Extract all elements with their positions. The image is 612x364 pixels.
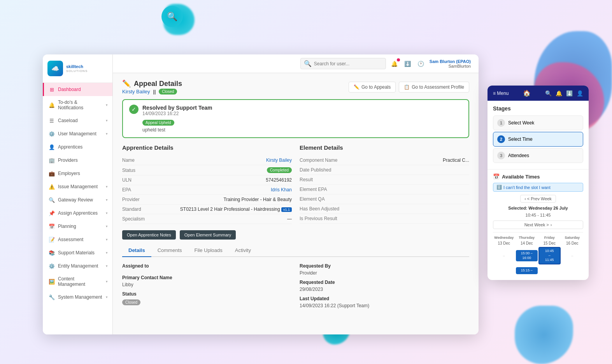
version-badge: v1.1 [281, 207, 292, 212]
employers-icon: 💼 [49, 170, 55, 177]
breadcrumb-name[interactable]: Kirsty Bailey [122, 89, 150, 94]
logo-icon: ☁️ [47, 61, 63, 76]
sidebar-item-gateway[interactable]: 🔍 Gateway Review ▾ [43, 193, 112, 206]
sidebar-item-user-mgmt[interactable]: ⚙️ User Management ▾ [43, 127, 112, 140]
cant-find-slot-button[interactable]: ℹ️ I can't find the slot I want [493, 183, 583, 192]
stage-num-1: 1 [497, 119, 505, 127]
field-is-previous-result: Is Previous Result [300, 214, 469, 224]
planning-icon: 📅 [49, 223, 55, 229]
selected-time: 10:45 - 11:45 [493, 213, 583, 217]
stage-label-2: Select Time [508, 136, 533, 142]
open-apprentice-notes-button[interactable]: Open Apprentice Notes [122, 230, 176, 240]
breadcrumb-separator: || [153, 89, 156, 94]
sidebar-item-entity[interactable]: ⚙️ Entity Management ▾ [43, 259, 112, 273]
go-to-assessment-profile-button[interactable]: 📋 Go to Assessment Profile [399, 82, 469, 93]
sidebar-item-assign[interactable]: 📌 Assign Apprentices ▾ [43, 206, 112, 220]
go-to-appeals-button[interactable]: ✏️ Go to Appeals [349, 82, 396, 93]
field-status: Status Completed [122, 165, 292, 175]
entity-icon: ⚙️ [49, 263, 55, 269]
sidebar-item-caseload[interactable]: ☰ Caseload ▾ [43, 114, 112, 127]
next-week-button[interactable]: Next Week > › [493, 220, 583, 229]
slot-fri-2 [538, 265, 561, 276]
tab-details[interactable]: Details [122, 244, 151, 257]
page-title-text: Appeal Details [134, 80, 182, 88]
sidebar-item-providers[interactable]: 🏢 Providers [43, 154, 112, 167]
lower-right-section: Requested By Provider Requested Date 29/… [300, 263, 469, 308]
mobile-user-icon[interactable]: 👤 [577, 90, 583, 96]
field-provider: Provider Training Provider - Hair & Beau… [122, 195, 292, 205]
calendar-icon: 📅 [493, 173, 500, 180]
gateway-icon: 🔍 [49, 197, 55, 203]
resolved-date: 14/09/2023 16:22 [142, 111, 212, 116]
sidebar-item-apprentices[interactable]: 👤 Apprentices [43, 140, 112, 154]
field-standard: Standard ST0213 Level 2 Hair Professiona… [122, 205, 292, 214]
mobile-download-icon[interactable]: ⬇️ [566, 90, 573, 96]
slot-thu-1515[interactable]: 15:15 – [516, 267, 538, 274]
notifications-button[interactable]: 🔔 [390, 59, 399, 68]
slot-thu-2[interactable]: 15:15 – [516, 265, 538, 276]
logo-text: skilltech [66, 64, 88, 69]
dashboard-icon: ⊞ [49, 86, 55, 93]
appeals-icon: ✏️ [354, 84, 359, 90]
stage-attendees[interactable]: 3 Attendees [493, 148, 583, 163]
sidebar-item-employers[interactable]: 💼 Employers [43, 167, 112, 180]
calendar-dates: 13 Dec 14 Dec 15 Dec 16 Dec [493, 241, 583, 245]
sidebar-item-label: Entity Management [58, 263, 103, 269]
sidebar-item-issue-mgmt[interactable]: ⚠️ Issue Management ▾ [43, 180, 112, 193]
sidebar-item-content[interactable]: 🖼️ Content Management ▾ [43, 273, 112, 290]
calendar-grid: Wednesday Thursday Friday Saturday 13 De… [493, 232, 583, 276]
slot-fri-1[interactable]: 10:45–11:45 [538, 247, 561, 264]
main-content: 🔍 🔔 ⬇️ 🕐 Sam Blurton (EPAO) SamBlurton [113, 54, 479, 334]
element-section-title: Element Details [300, 144, 469, 151]
mobile-notif-icon[interactable]: 🔔 [556, 90, 562, 96]
search-input[interactable] [314, 61, 382, 66]
sidebar-item-system[interactable]: 🔧 System Management ▾ [43, 290, 112, 304]
primary-contact-label: Primary Contact Name [122, 275, 292, 280]
lower-details-grid: Assigned to Primary Contact Name Libby S… [122, 263, 469, 308]
cal-date-16: 16 Dec [561, 241, 584, 245]
home-icon[interactable]: 🏠 [523, 89, 531, 97]
sidebar-item-dashboard[interactable]: ⊞ Dashboard [43, 83, 112, 96]
mobile-search-icon[interactable]: 🔍 [545, 90, 552, 96]
chevron-icon: ▾ [106, 132, 108, 136]
primary-contact-value: Libby [122, 282, 292, 287]
week-navigation: ‹ < Prev Week [493, 195, 583, 203]
status-badge: Closed [159, 89, 177, 94]
field-component-name: Component Name Practical C... [300, 156, 469, 165]
last-updated-label: Last Updated [300, 296, 469, 301]
open-element-summary-button[interactable]: Open Element Summary [180, 230, 236, 240]
tab-activity[interactable]: Activity [229, 244, 257, 257]
sidebar: ☁️ skilltech SOLUTIONS ⊞ Dashboard 🔔 To-… [43, 54, 113, 334]
chevron-icon: ▾ [106, 198, 108, 202]
stage-select-time[interactable]: 2 Select Time [493, 132, 583, 147]
field-element-epa: Element EPA [300, 185, 469, 194]
stage-num-3: 3 [497, 152, 505, 159]
sidebar-item-label: Content Management [58, 276, 103, 287]
page-title: ✏️ Appeal Details [122, 79, 182, 88]
download-button[interactable]: ⬇️ [403, 59, 412, 68]
history-button[interactable]: 🕐 [416, 59, 426, 68]
search-bar[interactable]: 🔍 [300, 58, 386, 69]
support-icon: 📚 [49, 250, 55, 256]
sidebar-item-planning[interactable]: 📅 Planning ▾ [43, 220, 112, 233]
chevron-icon: ▾ [106, 295, 108, 299]
slot-fri-1045[interactable]: 10:45–11:45 [538, 247, 561, 264]
stages-section: Stages 1 Select Week 2 Select Time 3 Att… [487, 101, 589, 169]
sidebar-item-assessment[interactable]: 📝 Assessment ▾ [43, 233, 112, 246]
sidebar-item-support[interactable]: 📚 Support Materials ▾ [43, 246, 112, 259]
sidebar-item-todos[interactable]: 🔔 To-do's & Notifications ▾ [43, 96, 112, 114]
prev-icon: ‹ [524, 196, 526, 201]
calendar-slots-row1: – 15:00 –16:00 10:45–11:45 – [493, 247, 583, 264]
menu-label[interactable]: ≡ Menu [493, 91, 509, 96]
prev-week-button[interactable]: ‹ < Prev Week [520, 195, 556, 203]
chevron-icon: ▾ [106, 280, 108, 284]
app-container: ☁️ skilltech SOLUTIONS ⊞ Dashboard 🔔 To-… [43, 54, 479, 334]
slot-thu-1[interactable]: 15:00 –16:00 [516, 247, 538, 264]
cal-day-thu: Thursday [516, 236, 538, 240]
field-epa: EPA Idris Khan [122, 185, 292, 195]
tab-comments[interactable]: Comments [151, 244, 188, 257]
stage-select-week[interactable]: 1 Select Week [493, 116, 583, 130]
slot-thu-1500[interactable]: 15:00 –16:00 [516, 250, 538, 261]
requested-by-value: Provider [300, 270, 469, 276]
tab-file-uploads[interactable]: File Uploads [188, 244, 229, 257]
